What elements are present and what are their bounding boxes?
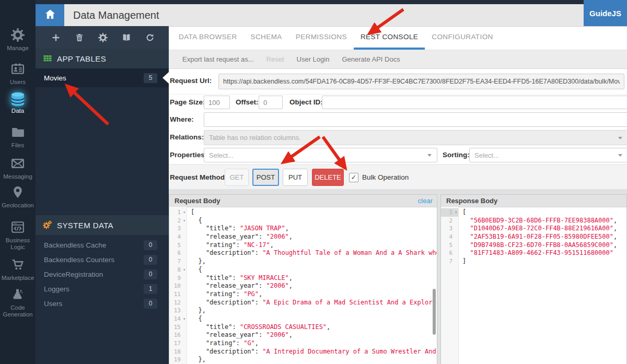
line-number: 1▾ (169, 208, 187, 217)
record-count-badge: 0 (144, 269, 157, 279)
line-number: 18▾ (169, 348, 187, 356)
line-number: 3▾ (441, 225, 458, 233)
response-code: [ "56B0EBD9-3C2B-68D6-FFFB-7EE98388A000"… (459, 207, 626, 364)
system-table-row-users[interactable]: Users0 (36, 296, 169, 311)
fold-caret-icon[interactable]: ▾ (181, 266, 185, 274)
relations-label: Relations: (170, 133, 204, 141)
sidebar-item-business-logic[interactable]: Business Logic (0, 220, 36, 251)
tables-panel: APP TABLES Movies 5 SYSTEM DATA Backendl… (36, 26, 169, 364)
fold-caret-icon[interactable]: ▾ (452, 208, 457, 217)
object-id-input[interactable] (322, 96, 627, 109)
request-url-input[interactable] (218, 74, 624, 89)
system-table-row-deviceregistration[interactable]: DeviceRegistration0 (36, 267, 169, 281)
tab-data-browser[interactable]: DATA BROWSER (172, 26, 244, 50)
properties-row: Properties: Select... Sorting: Select... (169, 147, 627, 164)
code-line: "rating": "G", (188, 339, 437, 348)
page-size-input[interactable] (204, 96, 230, 109)
system-table-row-loggers[interactable]: Loggers1 (36, 281, 169, 296)
refresh-icon[interactable] (145, 33, 155, 42)
line-number: 14▾ (169, 315, 187, 323)
sidebar-item-manage[interactable]: Manage (0, 28, 36, 52)
code-line: { (188, 266, 437, 274)
bulk-operation-checkbox[interactable]: ✓ (349, 173, 358, 182)
sidebar-item-label: Users (0, 79, 36, 86)
method-put-button[interactable]: PUT (283, 169, 308, 186)
database-icon (0, 91, 36, 105)
envelope-icon (0, 157, 36, 171)
selected-table-notch (162, 72, 169, 84)
code-line: "rating": "NC-17", (188, 241, 437, 250)
table-name: Movies (44, 74, 144, 82)
system-table-row-backendless-counters[interactable]: Backendless Counters0 (36, 252, 169, 267)
tab-permissions[interactable]: PERMISSIONS (289, 26, 354, 50)
code-line: { (188, 315, 437, 323)
sidebar-item-users[interactable]: Users (0, 62, 36, 86)
fold-caret-icon[interactable]: ▾ (181, 315, 185, 323)
properties-placeholder: Select... (209, 151, 234, 159)
tab-rest-console[interactable]: REST CONSOLE (354, 26, 425, 50)
method-get-button[interactable]: GET (225, 169, 249, 186)
line-number: 9▾ (169, 274, 187, 283)
sidebar-item-geolocation[interactable]: Geolocation (0, 185, 36, 209)
clear-link[interactable]: clear (418, 197, 433, 205)
action-user-login[interactable]: User Login (291, 55, 336, 63)
request-body-editor[interactable]: 1▾2▾3▾4▾5▾6▾7▾8▾9▾10▾11▾12▾13▾14▾15▾16▾1… (169, 207, 437, 364)
app-tables-header: APP TABLES (36, 49, 169, 68)
tab-schema[interactable]: SCHEMA (244, 26, 289, 50)
properties-select[interactable]: Select... (204, 148, 437, 162)
action-generate-api-docs[interactable]: Generate API Docs (335, 55, 406, 63)
sidebar-item-messaging[interactable]: Messaging (0, 157, 36, 180)
tab-configuration[interactable]: CONFIGURATION (425, 26, 500, 50)
offset-input[interactable] (259, 96, 283, 109)
fold-caret-icon[interactable]: ▾ (181, 208, 185, 217)
fold-caret-icon[interactable]: ▾ (181, 217, 185, 225)
table-row-movies[interactable]: Movies 5 (36, 68, 169, 87)
system-table-row-backendless-cache[interactable]: Backendless Cache0 (36, 238, 169, 252)
line-number: 17▾ (169, 339, 187, 348)
method-post-button[interactable]: POST (252, 169, 279, 186)
record-count-badge: 0 (144, 255, 157, 265)
line-number: 6▾ (441, 249, 458, 257)
sorting-select[interactable]: Select... (469, 148, 627, 162)
sidebar-item-marketplace[interactable]: Marketplace (0, 258, 36, 281)
response-body-editor[interactable]: 1▾2▾3▾4▾5▾6▾7▾ [ "56B0EBD9-3C2B-68D6-FFF… (441, 207, 626, 364)
request-editor-scrollbar[interactable] (433, 289, 436, 335)
plus-icon[interactable] (51, 33, 61, 42)
guidejs-button[interactable]: GuideJS (584, 0, 627, 26)
request-body-pane: Request Body clear 1▾2▾3▾4▾5▾6▾7▾8▾9▾10▾… (169, 194, 437, 364)
action-export-last-request-as[interactable]: Export last request as... (176, 55, 260, 63)
book-icon[interactable] (122, 33, 131, 42)
code-line: "rating": "PG", (188, 290, 437, 299)
line-number: 7▾ (441, 257, 458, 266)
request-code: [ { "title": "JASON TRAP", "release_year… (188, 207, 437, 364)
code-line: "description": "A Epic Drama of a Mad Sc… (188, 299, 437, 307)
code-line: "81F71483-A809-4662-FF43-951511680000" (459, 249, 626, 257)
actions-bar: Export last request as...ResetUser Login… (169, 50, 627, 69)
home-button[interactable] (36, 4, 64, 26)
system-data-header: SYSTEM DATA (36, 215, 169, 235)
sidebar-item-code-generation[interactable]: Code Generation (0, 288, 36, 318)
code-line: "description": "A Thoughtful Tale of a W… (188, 249, 437, 257)
app-tables-title: APP TABLES (57, 54, 106, 63)
request-method-label: Request Method: (170, 173, 227, 181)
line-number: 16▾ (169, 331, 187, 339)
request-gutter: 1▾2▾3▾4▾5▾6▾7▾8▾9▾10▾11▾12▾13▾14▾15▾16▾1… (169, 207, 187, 364)
action-reset[interactable]: Reset (260, 55, 291, 63)
gear-icon (0, 28, 36, 43)
sidebar-item-data[interactable]: Data (0, 91, 36, 114)
request-body-title: Request Body (175, 197, 418, 205)
code-line: "D1040D67-A9E8-72C0-FF4B-88E219616A00", (459, 225, 626, 233)
page-size-label: Page Size: (170, 98, 205, 106)
code-line: "release_year": "2006", (188, 331, 437, 339)
gear-icon[interactable] (98, 33, 108, 42)
relations-select[interactable]: Table has no relation columns. (204, 130, 627, 145)
cart-icon (0, 258, 36, 273)
trash-icon[interactable] (75, 33, 84, 42)
sidebar-item-files[interactable]: Files (0, 125, 36, 149)
where-input[interactable] (204, 112, 627, 127)
code-line: "release_year": "2006", (188, 233, 437, 241)
bodies-area: Request Body clear 1▾2▾3▾4▾5▾6▾7▾8▾9▾10▾… (169, 189, 627, 364)
line-number: 19▾ (169, 356, 187, 364)
method-delete-button[interactable]: DELETE (312, 169, 344, 186)
users-card-icon (0, 62, 36, 77)
